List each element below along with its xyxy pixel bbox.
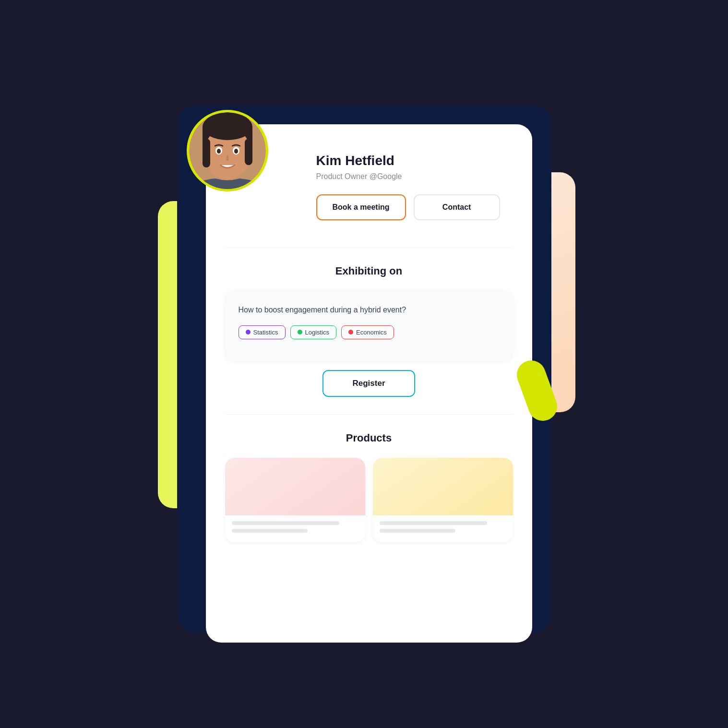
tag-logistics-label: Logistics bbox=[305, 329, 330, 336]
products-title: Products bbox=[225, 432, 513, 444]
tag-statistics-label: Statistics bbox=[253, 329, 278, 336]
avatar-ring bbox=[187, 110, 268, 191]
profile-header: Kim Hetfield Product Owner @Google Book … bbox=[225, 143, 513, 230]
logistics-dot bbox=[298, 330, 302, 334]
svg-rect-10 bbox=[245, 139, 252, 165]
avatar-image bbox=[189, 112, 266, 189]
product-image-1 bbox=[225, 458, 365, 515]
tag-economics-label: Economics bbox=[356, 329, 387, 336]
product-line-3 bbox=[380, 521, 487, 525]
product-line-2 bbox=[232, 529, 308, 533]
contact-button[interactable]: Contact bbox=[414, 194, 500, 220]
tags-row: Statistics Logistics Economics bbox=[239, 325, 500, 339]
tag-statistics: Statistics bbox=[239, 325, 286, 339]
statistics-dot bbox=[246, 330, 251, 334]
svg-point-6 bbox=[217, 149, 221, 154]
register-button[interactable]: Register bbox=[322, 370, 415, 397]
product-line-4 bbox=[380, 529, 455, 533]
product-image-2 bbox=[373, 458, 513, 515]
divider bbox=[225, 247, 513, 248]
exhibiting-section: Exhibiting on How to boost engagement du… bbox=[225, 265, 513, 397]
exhibiting-title: Exhibiting on bbox=[225, 265, 513, 277]
main-card: Kim Hetfield Product Owner @Google Book … bbox=[206, 124, 532, 643]
economics-dot bbox=[348, 330, 353, 334]
product-info-1 bbox=[225, 515, 365, 542]
divider-2 bbox=[225, 414, 513, 415]
product-card-2[interactable] bbox=[373, 458, 513, 542]
products-section: Products bbox=[225, 432, 513, 542]
svg-point-7 bbox=[234, 149, 238, 154]
products-grid bbox=[225, 458, 513, 542]
main-scene: Kim Hetfield Product Owner @Google Book … bbox=[148, 76, 580, 652]
profile-title: Product Owner @Google bbox=[316, 172, 513, 181]
tag-economics: Economics bbox=[341, 325, 394, 339]
book-meeting-button[interactable]: Book a meeting bbox=[316, 194, 406, 220]
action-buttons: Book a meeting Contact bbox=[316, 194, 513, 220]
product-card-1[interactable] bbox=[225, 458, 365, 542]
event-question: How to boost engagement during a hybrid … bbox=[239, 304, 500, 316]
svg-point-11 bbox=[203, 113, 252, 140]
svg-rect-9 bbox=[203, 139, 210, 167]
avatar bbox=[187, 110, 268, 191]
profile-name: Kim Hetfield bbox=[316, 153, 513, 168]
tag-logistics: Logistics bbox=[290, 325, 337, 339]
product-info-2 bbox=[373, 515, 513, 542]
event-card: How to boost engagement during a hybrid … bbox=[225, 291, 513, 360]
product-line-1 bbox=[232, 521, 339, 525]
